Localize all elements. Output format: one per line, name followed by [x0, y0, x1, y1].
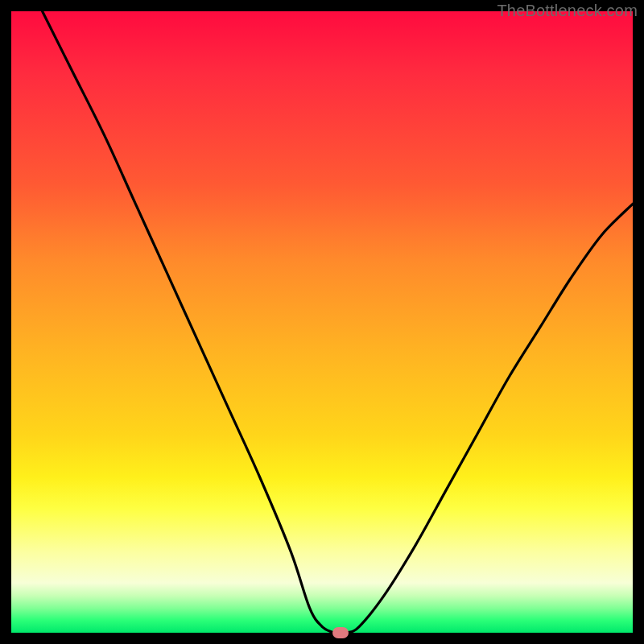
plot-area: [11, 11, 633, 633]
watermark-text: TheBottleneck.com: [497, 2, 638, 20]
bottleneck-curve: [43, 11, 633, 633]
optimum-marker: [332, 627, 349, 638]
curve-svg: [11, 11, 633, 633]
chart-container: TheBottleneck.com: [0, 0, 644, 644]
